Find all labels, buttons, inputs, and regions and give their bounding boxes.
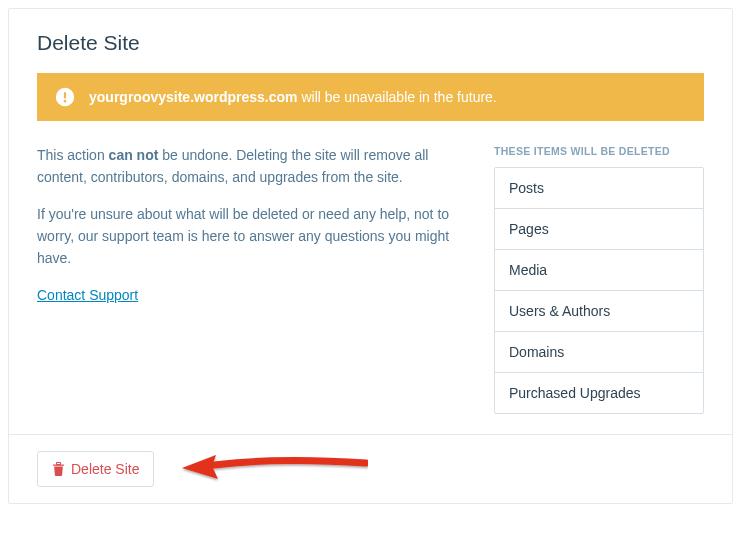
deleted-items-column: THESE ITEMS WILL BE DELETED Posts Pages … (494, 145, 704, 414)
svg-rect-1 (64, 92, 66, 99)
warning-domain: yourgroovysite.wordpress.com (89, 89, 298, 105)
arrow-annotation (178, 455, 368, 483)
deleted-items-list: Posts Pages Media Users & Authors Domain… (494, 167, 704, 414)
page-title: Delete Site (37, 31, 704, 55)
warning-notice: yourgroovysite.wordpress.com will be una… (37, 73, 704, 121)
delete-site-button[interactable]: Delete Site (37, 451, 154, 487)
list-item: Posts (495, 168, 703, 209)
card-footer: Delete Site (9, 434, 732, 503)
deleted-items-heading: THESE ITEMS WILL BE DELETED (494, 145, 704, 157)
svg-rect-4 (56, 462, 60, 464)
list-item: Media (495, 250, 703, 291)
svg-point-2 (64, 100, 67, 103)
trash-icon (52, 462, 65, 476)
warning-text: yourgroovysite.wordpress.com will be una… (89, 89, 497, 105)
list-item: Users & Authors (495, 291, 703, 332)
delete-button-label: Delete Site (71, 461, 139, 477)
list-item: Purchased Upgrades (495, 373, 703, 413)
warning-suffix: will be unavailable in the future. (298, 89, 497, 105)
card-body: Delete Site yourgroovysite.wordpress.com… (9, 9, 732, 434)
main-row: This action can not be undone. Deleting … (37, 145, 704, 414)
list-item: Pages (495, 209, 703, 250)
contact-support-link[interactable]: Contact Support (37, 287, 138, 303)
warning-icon (55, 87, 75, 107)
description-column: This action can not be undone. Deleting … (37, 145, 472, 307)
unsure-text: If you're unsure about what will be dele… (37, 204, 472, 269)
delete-site-card: Delete Site yourgroovysite.wordpress.com… (8, 8, 733, 504)
list-item: Domains (495, 332, 703, 373)
cannot-undo-text: This action can not be undone. Deleting … (37, 145, 472, 188)
